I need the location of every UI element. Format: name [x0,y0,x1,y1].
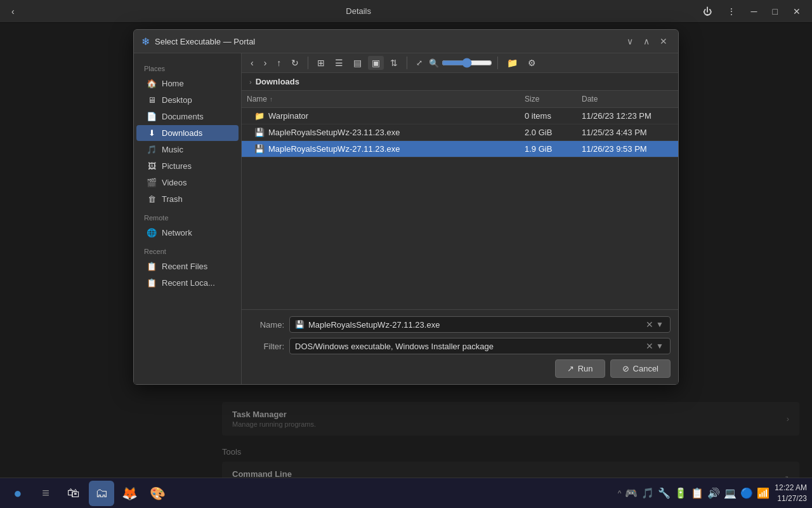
back-nav-button[interactable]: ‹ [247,56,258,70]
view-list-button[interactable]: ☰ [331,56,347,70]
dialog-close-button[interactable]: ✕ [657,35,671,48]
back-button[interactable]: ‹ [8,5,18,18]
name-input[interactable] [308,320,645,330]
dialog-overlay: ❄ Select Executable — Portal ∨ ∧ ✕ Place… [0,23,812,508]
run-label: Run [578,364,593,373]
filter-label: Filter: [249,342,284,351]
sidebar-item-music[interactable]: 🎵 Music [136,142,239,157]
expand-icon [242,129,249,136]
sidebar-item-label: Network [162,228,192,237]
dialog-min-button[interactable]: ∨ [624,35,636,48]
expand-icon [242,145,249,152]
path-current[interactable]: Downloads [256,77,299,86]
sidebar: Places 🏠 Home 🖥 Desktop 📄 Documents ⬇ Do… [134,53,242,384]
battery-icon[interactable]: 🔋 [674,487,687,499]
taskbar-app-1[interactable]: ≡ [33,481,58,506]
sidebar-item-trash[interactable]: 🗑 Trash [136,191,239,207]
cancel-button[interactable]: ⊘ Cancel [610,359,671,378]
music-systray-icon[interactable]: 🎵 [641,487,654,499]
steam-icon[interactable]: 🎮 [625,487,638,499]
file-date-cell: 11/25/23 4:43 PM [577,126,678,138]
file-name-label: Warpinator [268,111,308,121]
systray-chevron[interactable]: ^ [618,489,622,498]
top-bar-title: Details [346,6,371,16]
file-name-cell: 📁 Warpinator [249,110,520,122]
dialog-body: Places 🏠 Home 🖥 Desktop 📄 Documents ⬇ Do… [134,53,678,384]
path-bar: › Downloads [242,73,678,91]
filter-field-wrap: ✕ ▼ [289,338,671,354]
zoom-fit-button[interactable]: ⤢ [412,57,426,69]
filter-clear-button[interactable]: ✕ [645,341,655,351]
sidebar-item-desktop[interactable]: 🖥 Desktop [136,92,239,108]
menu-button[interactable]: ⋮ [723,5,740,18]
minimize-button[interactable]: ─ [747,5,761,18]
header-size[interactable]: Size [520,93,577,105]
new-folder-button[interactable]: 📁 [503,56,521,70]
close-button[interactable]: ✕ [789,5,804,18]
power-button[interactable]: ⏻ [699,5,716,18]
videos-icon: 🎬 [147,178,157,187]
taskbar-app-2[interactable]: 🛍 [61,481,86,506]
maximize-button[interactable]: □ [769,5,782,18]
recent-locations-icon: 📋 [147,278,157,288]
view-details-button[interactable]: ▤ [350,56,365,70]
sidebar-item-pictures[interactable]: 🖼 Pictures [136,158,239,174]
name-clear-button[interactable]: ✕ [645,319,655,330]
table-row[interactable]: 💾 MapleRoyalsSetupWz-23.11.23.exe 2.0 Gi… [242,124,678,141]
wifi-icon[interactable]: 📶 [757,487,769,499]
sidebar-item-home[interactable]: 🏠 Home [136,76,239,91]
display-icon[interactable]: 💻 [724,487,737,499]
file-name-cell: 💾 MapleRoyalsSetupWz-23.11.23.exe [249,126,520,138]
file-chooser-dialog: ❄ Select Executable — Portal ∨ ∧ ✕ Place… [133,29,679,385]
forward-nav-button[interactable]: › [260,56,271,70]
recent-files-icon: 📋 [147,262,157,271]
dialog-max-button[interactable]: ∧ [640,35,653,48]
taskbar-app-0[interactable]: ● [5,481,30,506]
settings-button[interactable]: ⚙ [524,56,540,70]
taskbar-app-5[interactable]: 🎨 [145,481,170,506]
sidebar-item-recent-locations[interactable]: 📋 Recent Loca... [136,275,239,291]
dialog-titlebar: ❄ Select Executable — Portal ∨ ∧ ✕ [134,30,678,53]
zoom-icon: 🔍 [429,58,439,68]
pictures-icon: 🖼 [147,161,157,171]
top-bar: ‹ Details ⏻ ⋮ ─ □ ✕ [0,0,812,23]
filter-input-row: Filter: ✕ ▼ [249,338,671,354]
view-grid-button[interactable]: ⊞ [313,56,329,70]
sidebar-item-network[interactable]: 🌐 Network [136,225,239,241]
taskbar-app-4[interactable]: 🦊 [117,481,142,506]
top-bar-right: ⏻ ⋮ ─ □ ✕ [699,5,804,18]
taskbar-left: ● ≡ 🛍 🗂 🦊 🎨 [5,481,170,506]
header-date[interactable]: Date [577,93,678,105]
sidebar-item-videos[interactable]: 🎬 Videos [136,175,239,190]
sidebar-item-label: Downloads [162,128,202,138]
clock[interactable]: 12:22 AM 11/27/23 [775,483,807,504]
sidebar-item-documents[interactable]: 📄 Documents [136,109,239,124]
up-nav-button[interactable]: ↑ [273,56,285,70]
refresh-button[interactable]: ↻ [287,56,303,70]
zoom-slider[interactable] [442,58,492,68]
table-row[interactable]: 💾 MapleRoyalsSetupWz-27.11.23.exe 1.9 Gi… [242,141,678,157]
file-size-cell: 0 items [520,110,577,122]
clipboard-icon[interactable]: 📋 [691,487,704,499]
tools-icon[interactable]: 🔧 [658,487,671,499]
music-icon: 🎵 [147,145,157,154]
sidebar-item-downloads[interactable]: ⬇ Downloads [136,125,239,141]
view-preview-button[interactable]: ▣ [368,56,384,70]
filter-dropdown-button[interactable]: ▼ [655,342,665,351]
run-button[interactable]: ↗ Run [555,359,605,378]
view-sort-button[interactable]: ⇅ [386,56,402,70]
dialog-title: Select Executable — Portal [155,37,255,46]
cancel-icon: ⊘ [622,364,629,373]
documents-icon: 📄 [147,112,157,121]
header-name[interactable]: Name ↑ [242,93,520,105]
taskbar-app-3[interactable]: 🗂 [89,481,114,506]
volume-icon[interactable]: 🔊 [707,487,720,499]
sidebar-item-label: Documents [162,112,204,121]
sidebar-item-label: Music [162,145,183,154]
table-row[interactable]: 📁 Warpinator 0 items 11/26/23 12:23 PM [242,108,678,124]
sidebar-item-label: Desktop [162,95,192,105]
filter-input[interactable] [295,342,645,351]
bluetooth-icon[interactable]: 🔵 [740,487,753,499]
name-dropdown-button[interactable]: ▼ [655,320,665,329]
sidebar-item-recent-files[interactable]: 📋 Recent Files [136,258,239,274]
